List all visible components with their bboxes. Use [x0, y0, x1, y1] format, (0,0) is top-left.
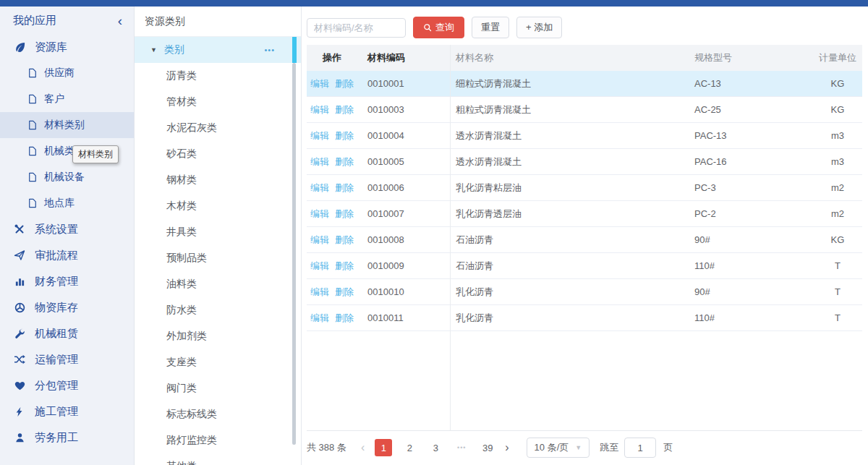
row-actions: 编辑删除 — [307, 182, 357, 195]
chevron-down-icon: ▼ — [575, 444, 582, 451]
tree-node[interactable]: 外加剂类 — [135, 323, 301, 349]
wrench-icon — [13, 328, 26, 339]
sidebar-item-机械设备[interactable]: 机械设备 — [0, 164, 134, 190]
edit-link[interactable]: 编辑 — [310, 155, 329, 168]
cell-material-name: 乳化沥青透层油 — [450, 208, 694, 221]
tree-node[interactable]: 阀门类 — [135, 375, 301, 401]
next-page-icon[interactable]: › — [505, 442, 509, 453]
tree-panel-title: 资源类别 — [135, 7, 301, 37]
tree-node[interactable]: 沥青类 — [135, 63, 301, 89]
more-actions-icon[interactable]: ••• — [264, 46, 275, 54]
top-accent-bar — [0, 0, 868, 7]
cell-unit: m3 — [813, 130, 862, 141]
delete-link[interactable]: 删除 — [335, 103, 354, 116]
bar-chart-icon — [13, 276, 26, 287]
delete-link[interactable]: 删除 — [335, 312, 354, 325]
tree-node[interactable]: 管材类 — [135, 89, 301, 115]
caret-down-icon[interactable]: ▼ — [150, 46, 157, 54]
sidebar-item-材料类别[interactable]: 材料类别 — [0, 112, 134, 138]
page-size-select[interactable]: 10 条/页 ▼ — [527, 438, 590, 458]
tools-icon — [13, 223, 26, 235]
edit-link[interactable]: 编辑 — [310, 103, 329, 116]
page-button-3[interactable]: 3 — [427, 439, 444, 456]
sidebar-item-地点库[interactable]: 地点库 — [0, 190, 134, 216]
tree-children: 沥青类管材类水泥石灰类砂石类钢材类木材类井具类预制品类油料类防水类外加剂类支座类… — [135, 63, 301, 465]
sidebar-item-label: 物资库存 — [35, 301, 78, 315]
delete-link[interactable]: 删除 — [335, 77, 354, 90]
jump-suffix: 页 — [663, 441, 673, 454]
cell-spec-model: PAC-13 — [694, 130, 813, 141]
tree-node[interactable]: 油料类 — [135, 271, 301, 297]
pagination: 共 388 条 ‹ 123•••39 › 10 条/页 ▼ 跳至 页 — [307, 438, 868, 458]
tree-root-node[interactable]: ▼ 类别 ••• — [135, 37, 301, 63]
delete-link[interactable]: 删除 — [335, 182, 354, 195]
doc-icon — [27, 68, 38, 78]
delete-link[interactable]: 删除 — [335, 129, 354, 142]
tree-node[interactable]: 砂石类 — [135, 141, 301, 167]
delete-link[interactable]: 删除 — [335, 260, 354, 273]
edit-link[interactable]: 编辑 — [310, 234, 329, 247]
add-button[interactable]: + 添加 — [516, 17, 562, 38]
cell-material-name: 石油沥青 — [450, 234, 694, 247]
sidebar-item-物资库存[interactable]: 物资库存 — [0, 294, 134, 320]
collapse-chevron-icon[interactable]: ‹ — [118, 14, 122, 27]
cell-spec-model: 110# — [694, 260, 813, 271]
delete-link[interactable]: 删除 — [335, 208, 354, 221]
tree-node[interactable]: 路灯监控类 — [135, 427, 301, 453]
delete-link[interactable]: 删除 — [335, 286, 354, 299]
cell-spec-model: AC-25 — [694, 104, 813, 115]
page-button-1[interactable]: 1 — [375, 439, 392, 456]
sidebar-item-机械租赁[interactable]: 机械租赁 — [0, 320, 134, 346]
reset-button[interactable]: 重置 — [472, 17, 509, 38]
search-input[interactable] — [307, 18, 406, 38]
row-actions: 编辑删除 — [307, 155, 357, 168]
query-button[interactable]: 查询 — [413, 17, 464, 38]
prev-page-icon[interactable]: ‹ — [361, 442, 365, 453]
tree-node[interactable]: 木材类 — [135, 193, 301, 219]
table-row: 编辑删除0010011乳化沥青110#T — [307, 305, 862, 331]
tree-node[interactable]: 标志标线类 — [135, 401, 301, 427]
sidebar-item-财务管理[interactable]: 财务管理 — [0, 268, 134, 294]
tree-node[interactable]: 水泥石灰类 — [135, 115, 301, 141]
tree-node[interactable]: 支座类 — [135, 349, 301, 375]
edit-link[interactable]: 编辑 — [310, 77, 329, 90]
page-button-39[interactable]: 39 — [479, 439, 496, 456]
sidebar-item-分包管理[interactable]: 分包管理 — [0, 372, 134, 398]
person-icon — [13, 432, 26, 443]
cell-material-name: 乳化沥青粘层油 — [450, 182, 694, 195]
tree-node[interactable]: 钢材类 — [135, 167, 301, 193]
tree-node[interactable]: 井具类 — [135, 219, 301, 245]
sidebar-item-供应商[interactable]: 供应商 — [0, 60, 134, 86]
page-button-2[interactable]: 2 — [401, 439, 418, 456]
edit-link[interactable]: 编辑 — [310, 129, 329, 142]
edit-link[interactable]: 编辑 — [310, 312, 329, 325]
delete-link[interactable]: 删除 — [335, 155, 354, 168]
sidebar-item-系统设置[interactable]: 系统设置 — [0, 216, 134, 242]
tree-node[interactable]: 防水类 — [135, 297, 301, 323]
jump-page-input[interactable] — [624, 438, 656, 458]
pagination-pages: 123•••39 — [375, 439, 505, 456]
row-actions: 编辑删除 — [307, 103, 357, 116]
edit-link[interactable]: 编辑 — [310, 286, 329, 299]
table-row: 编辑删除0010009石油沥青110#T — [307, 253, 862, 279]
tree-node[interactable]: 其他类 — [135, 453, 301, 465]
cell-material-code: 0010004 — [357, 130, 450, 141]
sidebar-item-审批流程[interactable]: 审批流程 — [0, 242, 134, 268]
table-body: 编辑删除0010001细粒式沥青混凝土AC-13KG编辑删除0010003粗粒式… — [307, 71, 862, 331]
sidebar-item-劳务用工[interactable]: 劳务用工 — [0, 425, 134, 451]
sidebar-item-施工管理[interactable]: 施工管理 — [0, 398, 134, 425]
cell-unit: KG — [813, 234, 862, 245]
sidebar-item-运输管理[interactable]: 运输管理 — [0, 346, 134, 372]
edit-link[interactable]: 编辑 — [310, 182, 329, 195]
sidebar-item-资源库[interactable]: 资源库 — [0, 34, 134, 60]
sidebar-item-客户[interactable]: 客户 — [0, 86, 134, 112]
sidebar-item-label: 财务管理 — [35, 275, 78, 289]
edit-link[interactable]: 编辑 — [310, 208, 329, 221]
scrollbar-thumb[interactable] — [292, 63, 296, 445]
cell-material-code: 0010011 — [357, 312, 450, 323]
tree-node[interactable]: 预制品类 — [135, 245, 301, 271]
delete-link[interactable]: 删除 — [335, 234, 354, 247]
sidebar-item-label: 劳务用工 — [35, 431, 78, 445]
doc-icon — [27, 146, 38, 156]
edit-link[interactable]: 编辑 — [310, 260, 329, 273]
